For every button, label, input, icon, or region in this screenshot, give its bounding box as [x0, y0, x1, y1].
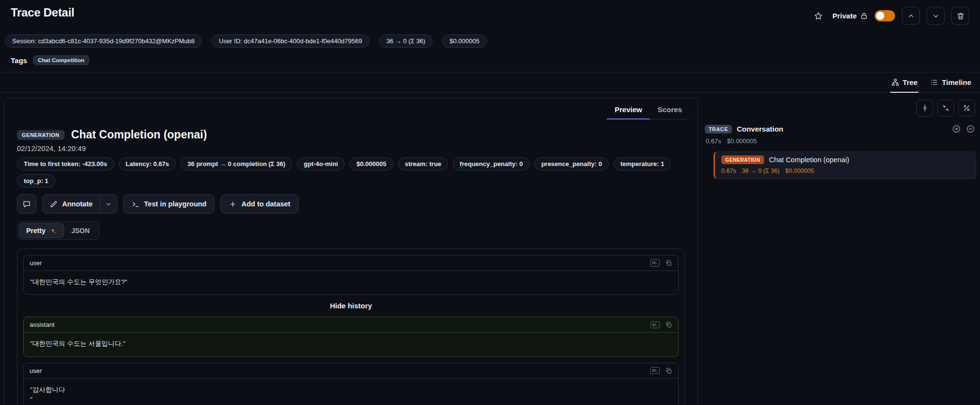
delete-trace-button[interactable]: [951, 7, 969, 25]
chevron-down-icon: [105, 201, 112, 208]
pretty-toggle[interactable]: Pretty: [19, 223, 64, 238]
trace-tree-panel: TRACE Conversation 0.67s $0.000005 GENER…: [705, 98, 976, 179]
comment-icon: [22, 200, 31, 208]
trace-latency: 0.67s: [706, 137, 721, 145]
collapse-all-button[interactable]: [937, 100, 954, 117]
panel-body: GENERATION Chat Completion (openai) 02/1…: [4, 119, 698, 405]
tree-node-generation[interactable]: GENERATION Chat Completion (openai) 0.67…: [714, 152, 976, 179]
observation-actions: Annotate Test in playground Add to datas…: [17, 194, 685, 214]
bookmark-star-button[interactable]: [811, 9, 826, 23]
node-title: Chat Completion (openai): [769, 156, 849, 164]
trace-type-badge: TRACE: [705, 125, 732, 134]
annotate-split-button: Annotate: [42, 194, 117, 214]
metric-pill: $0.000005: [349, 157, 393, 170]
content-area: Preview Scores GENERATION Chat Completio…: [0, 93, 980, 405]
user-id-badge[interactable]: User ID: dc47a41e-06bc-400d-bde1-f0e440d…: [212, 34, 369, 48]
tag-badge[interactable]: Chat Competition: [33, 55, 89, 65]
annotate-dropdown-button[interactable]: [100, 195, 117, 213]
message-role: user: [30, 259, 42, 267]
metrics-percent-button[interactable]: [958, 100, 975, 117]
metric-pill: Time to first token: -423.00s: [17, 157, 114, 170]
copy-button[interactable]: [665, 259, 672, 267]
tags-label: Tags: [11, 56, 27, 65]
hide-history-button[interactable]: Hide history: [23, 301, 679, 311]
circle-minus-icon: [966, 124, 975, 134]
metric-pill: Latency: 0.67s: [119, 157, 176, 170]
header-actions: Private: [811, 7, 969, 25]
lock-icon: [860, 12, 868, 20]
privacy-text: Private: [832, 12, 857, 20]
observation-title: Chat Completion (openai): [71, 128, 207, 141]
terminal-icon: [132, 200, 140, 208]
chevron-down-icon: [931, 12, 940, 20]
tab-scores[interactable]: Scores: [650, 101, 690, 119]
metric-pill: stream: true: [398, 157, 448, 170]
panel-tabs: Preview Scores: [607, 101, 690, 119]
test-in-playground-button[interactable]: Test in playground: [123, 194, 215, 214]
message-content: "대한민국의 수도는 무엇인가요?": [24, 271, 678, 294]
annotate-label: Annotate: [62, 200, 93, 208]
trash-icon: [956, 12, 965, 20]
collapse-tree-button[interactable]: [966, 124, 975, 134]
message-content: "감사합니다 ": [24, 379, 678, 405]
tab-timeline[interactable]: Timeline: [930, 72, 971, 92]
message-header: user M↓: [24, 255, 678, 271]
comment-button[interactable]: [17, 194, 36, 214]
plus-icon: [229, 200, 237, 208]
metric-pill: presence_penalty: 0: [534, 157, 609, 170]
message-user-2: user M↓ "감사합니다 ": [23, 363, 679, 405]
metric-pill: gpt-4o-mini: [297, 157, 345, 170]
trace-meta-badges: Session: cd3abcd6-c81c-4037-935d-19d9f27…: [0, 25, 980, 48]
copy-button[interactable]: [665, 367, 672, 374]
tab-timeline-label: Timeline: [942, 78, 971, 86]
page-title: Trace Detail: [11, 6, 74, 19]
annotate-button[interactable]: Annotate: [43, 195, 100, 213]
add-to-dataset-button[interactable]: Add to dataset: [220, 194, 299, 214]
node-metrics: 0.67s 36 → 0 (Σ 36) $0.000005: [721, 168, 970, 174]
message-assistant: assistant M↓ "대한민국의 수도는 서울입니다.": [23, 317, 679, 356]
tab-preview[interactable]: Preview: [607, 101, 650, 119]
expand-all-button[interactable]: [952, 124, 961, 134]
session-badge[interactable]: Session: cd3abcd6-c81c-4037-935d-19d9f27…: [5, 34, 202, 48]
markdown-toggle-icon[interactable]: M↓: [650, 367, 660, 374]
metric-pill: 36 prompt → 0 completion (Σ 36): [181, 157, 292, 170]
playground-label: Test in playground: [144, 200, 207, 208]
trace-root-row[interactable]: TRACE Conversation: [705, 124, 976, 134]
collapse-icon: [942, 104, 950, 112]
chevron-up-icon: [907, 12, 915, 20]
message-role: assistant: [30, 321, 54, 328]
privacy-label: Private: [832, 12, 868, 20]
pen-icon: [50, 200, 58, 208]
markdown-toggle-icon[interactable]: M↓: [650, 321, 660, 329]
observation-metrics-pills: Time to first token: -423.00s Latency: 0…: [17, 157, 685, 170]
observation-type-badge: GENERATION: [17, 130, 65, 140]
public-private-toggle[interactable]: [875, 10, 895, 21]
next-trace-button[interactable]: [927, 7, 945, 25]
node-header: GENERATION Chat Completion (openai): [721, 155, 970, 164]
observation-metrics-pills-row2: top_p: 1: [17, 174, 685, 187]
previous-trace-button[interactable]: [902, 7, 920, 25]
tab-tree[interactable]: Tree: [891, 72, 918, 92]
commit-vertical-icon: [921, 104, 929, 112]
message-header: user M↓: [24, 363, 678, 379]
tree-icon: [891, 78, 899, 86]
node-tokens: 36 → 0 (Σ 36): [742, 168, 780, 174]
add-to-dataset-label: Add to dataset: [241, 200, 290, 208]
timeline-icon: [930, 78, 938, 86]
cost-badge: $0.000005: [442, 34, 486, 48]
json-toggle[interactable]: JSON: [64, 223, 97, 238]
show-scores-button[interactable]: [916, 100, 933, 117]
message-header-icons: M↓: [650, 367, 672, 374]
copy-button[interactable]: [665, 321, 672, 328]
tags-row: Tags Chat Competition: [0, 55, 980, 72]
message-user-1: user M↓ "대한민국의 수도는 무엇인가요?": [23, 255, 679, 295]
token-usage-badge: 36 → 0 (Σ 36): [379, 34, 432, 48]
node-cost: $0.000005: [785, 168, 814, 174]
node-type-badge: GENERATION: [721, 155, 764, 164]
metric-pill: temperature: 1: [614, 157, 671, 170]
star-icon: [814, 11, 823, 21]
message-header-icons: M↓: [650, 259, 672, 267]
sparkles-icon: [50, 227, 57, 235]
markdown-toggle-icon[interactable]: M↓: [650, 259, 660, 267]
toggle-knob: [876, 12, 884, 20]
